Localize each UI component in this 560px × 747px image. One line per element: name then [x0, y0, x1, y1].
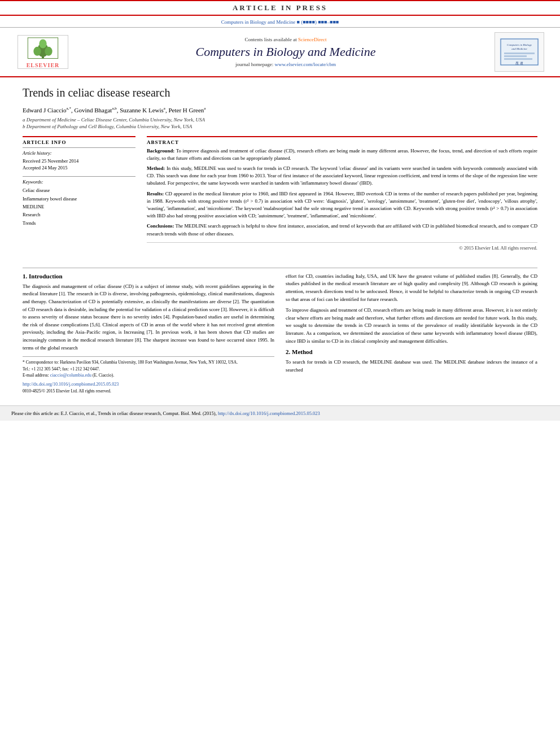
intro-para-1: The diagnosis and management of celiac d…	[23, 283, 274, 352]
received-date: Received 25 November 2014	[23, 158, 135, 165]
email-name: (E. Ciaccio).	[93, 373, 114, 378]
keyword-3: MEDLINE	[23, 203, 135, 211]
svg-point-4	[39, 40, 46, 49]
body-content: 1. Introduction The diagnosis and manage…	[0, 268, 560, 400]
body-col-right: effort for CD, countries including Italy…	[286, 273, 537, 394]
authors-line: Edward J Ciaccioa,*, Govind Bhagata,b, S…	[23, 106, 537, 113]
journal-logo-small: Computers in Biology and Medicine 昆 道	[495, 32, 544, 72]
keyword-5: Trends	[23, 219, 135, 227]
elsevier-text: ELSEVIER	[27, 62, 60, 68]
svg-text:Computers in Biology: Computers in Biology	[507, 43, 532, 46]
author1-sup: a,*	[67, 106, 71, 111]
header-center: Contents lists available at ScienceDirec…	[77, 37, 495, 67]
increasing-text: Increasing	[124, 329, 145, 335]
background-text: To improve diagnosis and treatment of ce…	[147, 148, 537, 161]
abstract-method: Method: In this study, MEDLINE was used …	[147, 165, 537, 187]
method-text: In this study, MEDLINE was used to searc…	[147, 165, 537, 186]
history-label: Article history:	[23, 150, 135, 156]
author4-sup: a	[204, 106, 205, 111]
issn-footnote: 0010-4825/© 2015 Elsevier Ltd. All right…	[23, 388, 274, 394]
banner-text: ARTICLE IN PRESS	[233, 3, 327, 12]
keywords-label: Keywords:	[23, 179, 135, 185]
homepage-line: journal homepage: www.elsevier.com/locat…	[77, 62, 495, 67]
keyword-2: Inflammatory bowel disease	[23, 195, 135, 203]
method-title: Method	[292, 348, 313, 355]
intro-title: Introduction	[29, 273, 63, 279]
article-dates: Received 25 November 2014 Accepted 24 Ma…	[23, 158, 135, 172]
abstract-box: ABSTRACT Background: To improve diagnosi…	[147, 136, 537, 251]
article-in-press-banner: ARTICLE IN PRESS	[0, 0, 560, 16]
keywords-divider	[23, 176, 135, 177]
intro-para-3: To improve diagnosis and treatment of CD…	[286, 307, 537, 345]
elsevier-logo-image: ELSEVIER	[18, 35, 68, 69]
abstract-results: Results: CD appeared in the medical lite…	[147, 190, 537, 220]
footnotes: * Correspondence to: Harkness Pavilion 9…	[23, 356, 274, 394]
method-label: Method:	[147, 165, 165, 171]
elsevier-logo-area: ELSEVIER	[9, 35, 77, 69]
affiliations: a Department of Medicine – Celiac Diseas…	[23, 117, 537, 129]
journal-link-line: Computers in Biology and Medicine ■ (■■■…	[0, 18, 560, 28]
author2-name: Govind Bhagat	[74, 107, 112, 113]
abstract-conclusions: Conclusions: The MEDLINE search approach…	[147, 222, 537, 237]
email-link[interactable]: ciaccio@columbia.edu	[50, 373, 91, 378]
svg-rect-11	[504, 55, 527, 57]
citation-text: Please cite this article as: E.J. Ciacci…	[11, 410, 217, 416]
elsevier-logo: ELSEVIER	[9, 35, 77, 69]
contents-line: Contents lists available at ScienceDirec…	[77, 37, 495, 42]
citation-doi-link[interactable]: http://dx.doi.org/10.1016/j.compbiomed.2…	[218, 410, 320, 416]
doi-link[interactable]: http://dx.doi.org/10.1016/j.compbiomed.2…	[23, 382, 119, 387]
journal-header: ELSEVIER Contents lists available at Sci…	[0, 28, 560, 77]
article-title: Trends in celiac disease research	[23, 86, 537, 102]
intro-heading: 1. Introduction	[23, 273, 274, 279]
journal-title: Computers in Biology and Medicine	[77, 45, 495, 59]
author2-sup: a,b	[112, 106, 116, 111]
results-text: CD appeared in the medical literature pr…	[147, 191, 537, 219]
svg-rect-12	[504, 58, 532, 60]
info-abstract-cols: ARTICLE INFO Article history: Received 2…	[23, 136, 537, 251]
conclusions-text: The MEDLINE search approach is helpful t…	[147, 223, 537, 236]
sciencedirect-link[interactable]: ScienceDirect	[298, 37, 326, 42]
body-two-col: 1. Introduction The diagnosis and manage…	[23, 273, 537, 394]
main-content: Trends in celiac disease research Edward…	[0, 77, 560, 263]
keyword-4: Research	[23, 211, 135, 219]
author4-name: Peter H Green	[168, 107, 204, 113]
affiliation-a: a Department of Medicine – Celiac Diseas…	[23, 117, 537, 123]
accepted-date: Accepted 24 May 2015	[23, 164, 135, 172]
svg-text:and Medicine: and Medicine	[511, 47, 527, 50]
doi-footnote: http://dx.doi.org/10.1016/j.compbiomed.2…	[23, 381, 274, 388]
abstract-col: ABSTRACT Background: To improve diagnosi…	[147, 136, 537, 251]
intro-number: 1.	[23, 273, 27, 279]
body-divider	[23, 268, 537, 268]
correspondence-footnote: * Correspondence to: Harkness Pavilion 9…	[23, 359, 274, 365]
author1-name: Edward J Ciaccio	[23, 107, 67, 113]
method-heading: 2. Method	[286, 348, 537, 355]
svg-point-3	[45, 47, 52, 56]
homepage-label: journal homepage:	[235, 62, 273, 67]
contents-text: Contents lists available at	[245, 37, 297, 42]
abstract-title: ABSTRACT	[147, 139, 537, 145]
affiliation-b: b Department of Pathology and Cell Biolo…	[23, 124, 537, 129]
method-number: 2.	[286, 348, 290, 355]
copyright-line: © 2015 Elsevier Ltd. All rights reserved…	[147, 242, 537, 251]
body-col-left: 1. Introduction The diagnosis and manage…	[23, 273, 274, 394]
journal-link-text: Computers in Biology and Medicine ■ (■■■…	[221, 19, 339, 25]
article-info-box: ARTICLE INFO Article history: Received 2…	[23, 136, 135, 228]
info-divider	[23, 147, 135, 148]
homepage-url[interactable]: www.elsevier.com/locate/cbm	[275, 62, 336, 67]
svg-point-2	[33, 47, 41, 56]
intro-para-2: effort for CD, countries including Italy…	[286, 273, 537, 304]
tel-footnote: Tel.: +1 212 305 5447; fax: +1 212 342 0…	[23, 366, 274, 372]
author3-sup: a	[164, 106, 165, 111]
results-label: Results:	[147, 191, 164, 196]
abstract-text: Background: To improve diagnosis and tre…	[147, 147, 537, 238]
article-info-title: ARTICLE INFO	[23, 139, 135, 145]
email-label: E-mail address:	[23, 373, 49, 378]
background-label: Background:	[147, 148, 174, 154]
svg-rect-10	[504, 53, 535, 54]
keywords-list: Celiac disease Inflammatory bowel diseas…	[23, 186, 135, 227]
article-info-col: ARTICLE INFO Article history: Received 2…	[23, 136, 135, 251]
method-para-1: To search for trends in CD research, the…	[286, 359, 537, 374]
author3-name: Suzanne K Lewis	[120, 107, 164, 113]
keyword-1: Celiac disease	[23, 186, 135, 194]
svg-text:昆 道: 昆 道	[515, 62, 523, 65]
